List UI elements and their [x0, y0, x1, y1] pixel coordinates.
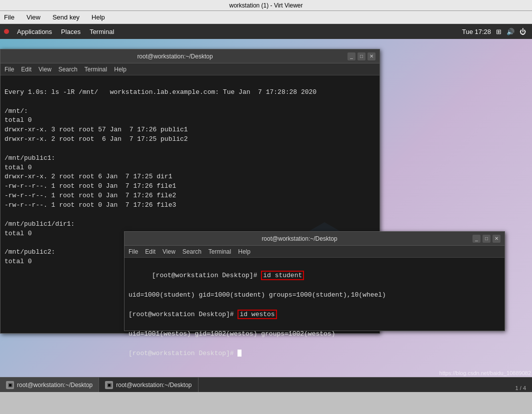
terminal-2-menubar: File Edit View Search Terminal Help — [124, 246, 504, 258]
terminal-2-content: [root@workstation Desktop]# id student u… — [124, 258, 504, 371]
t1-menu-terminal[interactable]: Terminal — [84, 66, 107, 73]
t2-output1: uid=1000(student) gid=1000(student) grou… — [128, 291, 386, 299]
menu-help[interactable]: Help — [90, 12, 107, 22]
volume-icon[interactable]: 🔊 — [506, 28, 514, 35]
menu-file[interactable]: File — [2, 12, 16, 22]
t2-cmd2-highlighted: id westos — [238, 310, 276, 319]
t2-output2: uid=1001(westos) gid=1002(westos) groups… — [128, 330, 335, 338]
t1-menu-view[interactable]: View — [38, 66, 52, 73]
terminal-2-title: root@workstation:~/Desktop — [128, 235, 470, 242]
t2-menu-view[interactable]: View — [162, 248, 176, 255]
page-indicator-text: 1 / 4 — [516, 385, 526, 391]
close-button-1[interactable]: ✕ — [368, 52, 376, 60]
gnome-right: Tue 17:28 ⊞ 🔊 ⏻ — [456, 28, 532, 35]
applications-menu[interactable]: Applications — [13, 27, 56, 36]
close-button-2[interactable]: ✕ — [492, 235, 500, 243]
maximize-button-1[interactable]: □ — [358, 52, 366, 60]
terminal-1-menubar: File Edit View Search Terminal Help — [0, 63, 380, 75]
t2-prompt2: [root@workstation Desktop]# — [128, 311, 238, 318]
t1-line1: Every 1.0s: ls -lR /mnt/ workstation.lab… — [4, 88, 316, 96]
taskbar-label-2: root@workstation:~/Desktop — [116, 382, 192, 389]
menu-view[interactable]: View — [24, 12, 42, 22]
t2-menu-search[interactable]: Search — [182, 248, 202, 255]
page-indicator: 1 / 4 — [516, 385, 530, 391]
watermark: https://blog.csdn.net/baidu_10889082 — [440, 370, 531, 376]
desktop: Applications Places Terminal Tue 17:28 ⊞… — [0, 24, 532, 392]
gnome-bar: Applications Places Terminal Tue 17:28 ⊞… — [0, 24, 532, 39]
window-title: workstation (1) - Virt Viewer — [230, 2, 303, 9]
minimize-button-1[interactable]: _ — [348, 52, 356, 60]
taskbar-icon-2: ▣ — [105, 381, 113, 389]
menu-sendkey[interactable]: Send key — [50, 12, 82, 22]
taskbar-label-1: root@workstation:~/Desktop — [17, 382, 92, 389]
taskbar: ▣ root@workstation:~/Desktop ▣ root@work… — [0, 377, 532, 392]
cursor — [238, 350, 242, 357]
taskbar-item-2[interactable]: ▣ root@workstation:~/Desktop — [99, 378, 198, 392]
terminal-1-titlebar: root@workstation:~/Desktop _ □ ✕ — [0, 49, 380, 63]
terminal-2-titlebar: root@workstation:~/Desktop _ □ ✕ — [124, 232, 504, 246]
t2-menu-terminal[interactable]: Terminal — [208, 248, 231, 255]
clock: Tue 17:28 — [462, 28, 491, 35]
t1-menu-file[interactable]: File — [4, 66, 14, 73]
network-icon: ⊞ — [496, 28, 502, 35]
t1-menu-edit[interactable]: Edit — [21, 66, 32, 73]
terminal-menu[interactable]: Terminal — [86, 27, 118, 36]
menu-bar: File View Send key Help — [0, 11, 532, 24]
taskbar-icon-1: ▣ — [6, 381, 14, 389]
t2-prompt1: [root@workstation Desktop]# — [152, 272, 261, 279]
app-dot-icon — [4, 29, 9, 34]
watermark-text: https://blog.csdn.net/baidu_10889082 — [440, 370, 531, 376]
t2-prompt3: [root@workstation Desktop]# — [128, 350, 238, 357]
t1-menu-search[interactable]: Search — [58, 66, 78, 73]
terminal-window-2: root@workstation:~/Desktop _ □ ✕ File Ed… — [124, 231, 505, 331]
t2-cmd1-highlighted: id student — [261, 271, 304, 280]
gnome-left: Applications Places Terminal — [0, 27, 122, 36]
taskbar-item-1[interactable]: ▣ root@workstation:~/Desktop — [0, 378, 99, 392]
power-icon[interactable]: ⏻ — [520, 28, 526, 35]
t2-menu-file[interactable]: File — [128, 248, 138, 255]
t2-menu-edit[interactable]: Edit — [145, 248, 156, 255]
t2-menu-help[interactable]: Help — [238, 248, 250, 255]
minimize-button-2[interactable]: _ — [472, 235, 480, 243]
places-menu[interactable]: Places — [57, 27, 84, 36]
title-bar: workstation (1) - Virt Viewer — [0, 0, 532, 11]
terminal-1-title: root@workstation:~/Desktop — [4, 53, 346, 60]
maximize-button-2[interactable]: □ — [482, 235, 490, 243]
t1-menu-help[interactable]: Help — [114, 66, 126, 73]
